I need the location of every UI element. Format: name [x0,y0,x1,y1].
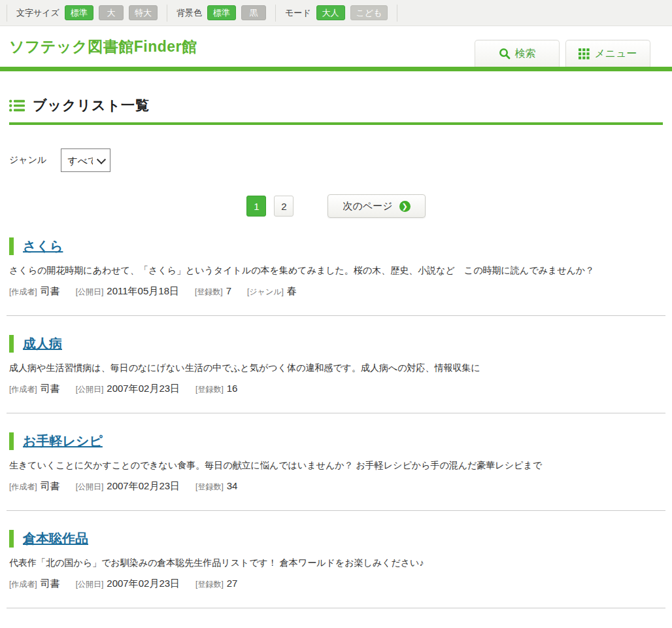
entry-meta-item: [公開日]2007年02月23日 [76,383,180,395]
entry-description: さくらの開花時期にあわせて、「さくら」というタイトルの本を集めてみました。桜の木… [9,265,663,277]
toolbar-group: 文字サイズ標準大特大 [7,5,167,22]
entry-divider [7,413,665,413]
page-buttons: 12 [246,196,294,217]
entry-title-row: お手軽レシピ [9,432,663,450]
entry-divider [7,608,665,608]
toolbar-toggle-button[interactable]: 標準 [65,5,93,21]
meta-value: 司書 [41,578,60,590]
booklist-entry: 倉本聡作品代表作「北の国から」でお馴染みの倉本聡先生作品リストです！ 倉本ワール… [9,530,663,608]
meta-label: [公開日] [76,287,104,298]
genre-select[interactable]: すべて [61,148,110,172]
entry-description: 生きていくことに欠かすことのできない食事。毎日の献立に悩んではいませんか？ お手… [9,460,663,472]
entry-title-row: 成人病 [9,335,663,353]
entry-meta-item: [作成者]司書 [9,383,60,395]
meta-value: 34 [227,480,238,491]
entry-meta-item: [登録数]34 [195,480,237,493]
meta-label: [登録数] [195,579,224,590]
toolbar-group-label: 文字サイズ [16,7,59,19]
toolbar-group-label: 背景色 [176,7,202,19]
meta-value: 2007年02月23日 [107,480,180,493]
entry-meta-item: [ジャンル]春 [247,285,297,298]
entry-meta-item: [登録数]16 [195,383,237,395]
meta-value: 司書 [41,383,60,395]
menu-button-label: メニュー [594,47,637,61]
next-arrow-icon: ❯ [399,201,411,212]
meta-value: 春 [287,285,297,298]
meta-label: [公開日] [76,384,104,395]
entry-meta-item: [作成者]司書 [9,285,60,298]
booklist-entry: 成人病成人病や生活習慣病は、毎日のなにげない生活の中でふと気がつく体の違和感です… [9,335,663,413]
page-button-current[interactable]: 1 [246,196,266,217]
meta-value: 司書 [41,480,60,493]
toolbar-toggle-button[interactable]: 黒 [241,5,266,21]
entry-title-link[interactable]: 倉本聡作品 [23,531,88,546]
header-accent-bar [0,67,672,71]
toolbar-toggle-button[interactable]: 大人 [316,5,345,21]
meta-label: [作成者] [9,481,37,493]
booklist-entries: さくらさくらの開花時期にあわせて、「さくら」というタイトルの本を集めてみました。… [9,237,663,608]
search-icon [499,48,511,60]
page-button[interactable]: 2 [274,196,294,217]
genre-filter-row: ジャンル すべて [9,148,663,172]
entry-meta-item: [登録数]7 [195,285,231,298]
site-title[interactable]: ソフテック図書館Finder館 [9,37,197,57]
meta-value: 司書 [41,285,60,298]
meta-label: [作成者] [9,384,37,395]
meta-label: [公開日] [76,481,104,493]
toolbar-group: 背景色標準黒 [167,5,276,22]
list-icon [9,99,25,112]
entry-meta-item: [作成者]司書 [9,480,60,493]
menu-grid-icon [579,48,590,60]
entry-description: 代表作「北の国から」でお馴染みの倉本聡先生作品リストです！ 倉本ワールドをお楽し… [9,557,663,569]
toolbar-group-label: モード [285,7,311,19]
genre-select-wrap: すべて [61,148,110,172]
meta-label: [登録数] [195,384,224,395]
genre-label: ジャンル [9,154,46,166]
meta-value: 2007年02月23日 [107,383,180,395]
booklist-entry: さくらさくらの開花時期にあわせて、「さくら」というタイトルの本を集めてみました。… [9,237,663,316]
page-title: ブックリスト一覧 [33,96,150,114]
entry-title-link[interactable]: さくら [23,239,63,253]
meta-label: [ジャンル] [247,287,284,298]
entry-meta-row: [作成者]司書[公開日]2011年05月18日[登録数]7[ジャンル]春 [9,285,663,298]
toolbar-toggle-button[interactable]: 大 [99,5,124,21]
entry-meta-item: [登録数]27 [195,578,237,590]
meta-value: 27 [227,578,238,589]
pagination: 12 次のページ ❯ [9,194,663,218]
accessibility-toolbar: 文字サイズ標準大特大背景色標準黒モード大人こども [0,0,672,26]
entry-meta-row: [作成者]司書[公開日]2007年02月23日[登録数]16 [9,383,663,395]
meta-label: [作成者] [9,287,37,298]
meta-value: 2011年05月18日 [107,285,179,298]
meta-label: [作成者] [9,579,37,590]
entry-meta-row: [作成者]司書[公開日]2007年02月23日[登録数]27 [9,578,663,590]
entry-title-row: さくら [9,237,663,255]
toolbar-group: モード大人こども [276,5,398,22]
toolbar-toggle-button[interactable]: こども [350,5,388,21]
entry-divider [7,315,665,316]
entry-description: 成人病や生活習慣病は、毎日のなにげない生活の中でふと気がつく体の違和感です。成人… [9,362,663,374]
meta-label: [公開日] [76,579,104,590]
search-button[interactable]: 検索 [475,40,560,67]
meta-label: [登録数] [195,287,223,298]
toolbar-toggle-button[interactable]: 標準 [207,5,236,21]
next-page-button[interactable]: 次のページ ❯ [328,194,425,218]
entry-meta-item: [公開日]2007年02月23日 [76,578,180,590]
toolbar-toggle-button[interactable]: 特大 [129,5,158,21]
entry-title-link[interactable]: 成人病 [23,336,62,351]
main-content: ブックリスト一覧 ジャンル すべて 12 次のページ ❯ さくらさくらの開花時期… [0,96,672,608]
entry-meta-item: [公開日]2007年02月23日 [76,480,180,493]
site-header: ソフテック図書館Finder館 検索 メニュー [0,26,672,67]
next-page-label: 次のページ [343,200,392,213]
entry-title-link[interactable]: お手軽レシピ [23,434,103,448]
entry-divider [7,510,665,511]
entry-title-row: 倉本聡作品 [9,530,663,548]
meta-value: 16 [227,383,238,394]
menu-button[interactable]: メニュー [565,40,650,67]
page-title-row: ブックリスト一覧 [9,96,663,125]
meta-value: 2007年02月23日 [107,578,180,590]
entry-meta-item: [公開日]2011年05月18日 [76,285,179,298]
search-button-label: 検索 [515,47,536,61]
meta-label: [登録数] [195,481,224,493]
meta-value: 7 [226,285,231,296]
entry-meta-row: [作成者]司書[公開日]2007年02月23日[登録数]34 [9,480,663,493]
